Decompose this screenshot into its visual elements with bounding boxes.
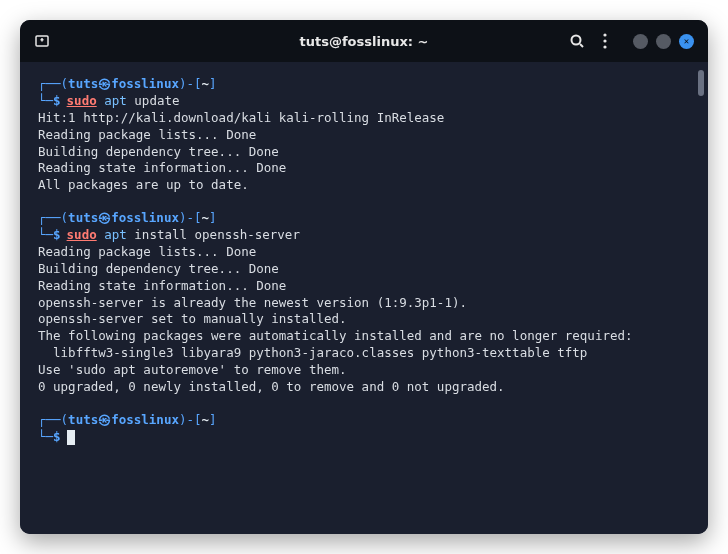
output-line: Use 'sudo apt autoremove' to remove them…: [38, 362, 690, 379]
prompt-host: fosslinux: [111, 76, 179, 91]
scrollbar-thumb[interactable]: [698, 70, 704, 96]
terminal-body[interactable]: ┌──(tuts㉿fosslinux)-[~] └─$sudo apt upda…: [20, 62, 708, 534]
minimize-button[interactable]: [633, 34, 648, 49]
output-line: 0 upgraded, 0 newly installed, 0 to remo…: [38, 379, 690, 396]
blank-line: [38, 194, 690, 210]
output-line: Reading state information... Done: [38, 278, 690, 295]
cursor: [67, 430, 75, 445]
titlebar-right: [569, 33, 694, 49]
prompt-block-1: ┌──(tuts㉿fosslinux)-[~] └─$sudo apt upda…: [38, 76, 690, 110]
cmd-sudo: sudo: [67, 93, 97, 108]
output-line: The following packages were automaticall…: [38, 328, 690, 345]
terminal-window: tuts@fosslinux: ~ ┌──(tuts㉿fosslinux)-[~…: [20, 20, 708, 534]
blank-line: [38, 396, 690, 412]
output-line: Building dependency tree... Done: [38, 261, 690, 278]
prompt-block-2: ┌──(tuts㉿fosslinux)-[~] └─$sudo apt inst…: [38, 210, 690, 244]
close-button[interactable]: [679, 34, 694, 49]
output-line: Building dependency tree... Done: [38, 144, 690, 161]
new-tab-icon[interactable]: [34, 33, 50, 49]
cmd-args: update: [134, 93, 179, 108]
output-line: Reading state information... Done: [38, 160, 690, 177]
svg-line-4: [580, 44, 583, 47]
menu-icon[interactable]: [603, 33, 607, 49]
window-controls: [633, 34, 694, 49]
output-line: Hit:1 http://kali.download/kali kali-rol…: [38, 110, 690, 127]
prompt-path: ~: [202, 76, 210, 91]
output-line: libfftw3-single3 libyara9 python3-jaraco…: [38, 345, 690, 362]
output-line: openssh-server is already the newest ver…: [38, 295, 690, 312]
cmd-args: install openssh-server: [134, 227, 300, 242]
maximize-button[interactable]: [656, 34, 671, 49]
cmd-apt: apt: [104, 93, 127, 108]
svg-rect-2: [41, 38, 43, 42]
output-line: Reading package lists... Done: [38, 244, 690, 261]
search-icon[interactable]: [569, 33, 585, 49]
titlebar-left: [34, 33, 50, 49]
svg-point-5: [603, 33, 606, 36]
svg-point-3: [572, 36, 581, 45]
output-line: Reading package lists... Done: [38, 127, 690, 144]
window-title: tuts@fosslinux: ~: [300, 34, 429, 49]
titlebar: tuts@fosslinux: ~: [20, 20, 708, 62]
output-line: openssh-server set to manually installed…: [38, 311, 690, 328]
prompt-user: tuts: [68, 76, 98, 91]
prompt-block-3: ┌──(tuts㉿fosslinux)-[~] └─$: [38, 412, 690, 446]
svg-point-6: [603, 39, 606, 42]
prompt-dollar: $: [53, 93, 61, 108]
output-line: All packages are up to date.: [38, 177, 690, 194]
svg-point-7: [603, 45, 606, 48]
